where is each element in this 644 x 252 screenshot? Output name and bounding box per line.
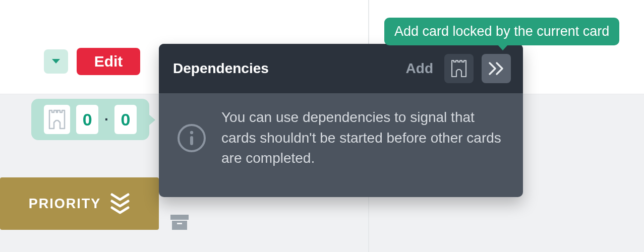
edit-button-label: Edit (94, 53, 123, 70)
dependencies-popover-header: Dependencies Add (159, 44, 523, 93)
caret-down-icon (51, 58, 61, 65)
svg-rect-1 (172, 221, 187, 230)
dependency-separator-dot: · (104, 111, 108, 128)
castle-icon (48, 109, 66, 130)
info-icon (177, 123, 206, 153)
svg-rect-5 (190, 136, 193, 145)
archive-button[interactable] (169, 214, 190, 231)
dependency-blocking-count: 0 (76, 105, 98, 134)
dependency-castle-slot (44, 105, 70, 134)
card-options-dropdown[interactable] (44, 49, 68, 74)
castle-icon (450, 59, 467, 78)
svg-rect-2 (177, 223, 182, 224)
dependencies-popover: Dependencies Add You can use dependencie… (159, 44, 523, 197)
add-label: Add (406, 60, 433, 77)
tooltip: Add card locked by the current card (384, 18, 619, 45)
svg-point-4 (190, 131, 193, 134)
add-locked-card-button[interactable] (482, 54, 511, 83)
priority-label: PRIORITY (29, 196, 101, 212)
svg-rect-0 (170, 215, 189, 220)
dependency-pill-pointer (148, 114, 155, 126)
dependencies-title: Dependencies (173, 60, 398, 77)
double-chevron-right-icon (488, 61, 505, 76)
archive-icon (169, 214, 190, 231)
dependencies-info-text: You can use dependencies to signal that … (221, 107, 503, 169)
dependency-blocked-count: 0 (114, 105, 137, 134)
edit-button[interactable]: Edit (77, 48, 140, 75)
tooltip-text: Add card locked by the current card (394, 24, 609, 39)
add-blocking-card-button[interactable] (444, 54, 474, 83)
dependencies-popover-body: You can use dependencies to signal that … (159, 93, 523, 183)
dependency-counter[interactable]: 0 · 0 (31, 99, 149, 140)
chevron-down-stack-icon (110, 193, 130, 215)
tooltip-arrow (497, 44, 508, 50)
priority-badge[interactable]: PRIORITY (0, 177, 159, 230)
